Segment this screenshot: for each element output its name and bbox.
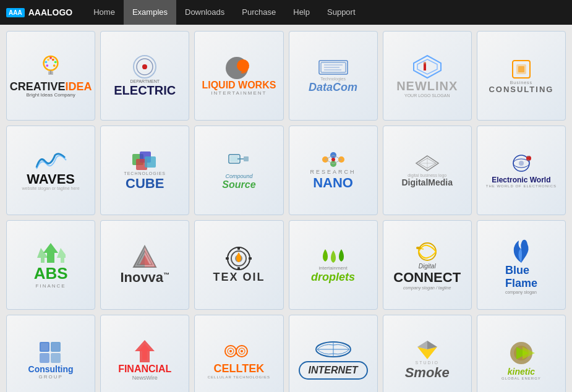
logo-card-datacom[interactable]: Technologies DataCom [289, 31, 378, 121]
svg-point-4 [47, 59, 49, 61]
svg-point-8 [54, 61, 57, 63]
svg-point-5 [52, 59, 54, 61]
electric-text: ELECTRIC [114, 83, 176, 98]
nav-link-home[interactable]: Home [85, 0, 124, 25]
nav-link-help[interactable]: Help [284, 0, 318, 25]
logo-card-electric[interactable]: E DEPARTMENT ELECTRIC [100, 31, 189, 121]
liquidworks-icon [223, 56, 254, 80]
logo-card-texoil[interactable]: TEX OIL [194, 220, 283, 310]
logo-card-connect[interactable]: Digital CONNECT company slogan / tagline [383, 220, 472, 310]
internet-text: INTERNET [309, 365, 358, 375]
texoil-icon [225, 246, 252, 271]
consulting-label: Business [510, 80, 532, 85]
logo-card-consulting-group[interactable]: Consulting GROUP [6, 315, 95, 392]
logo-card-droplets[interactable]: intertainment droplets [289, 220, 378, 310]
logo-card-internet[interactable]: INTERNET [289, 315, 378, 392]
logo-card-electronic[interactable]: Electronic World THE WORLD OF ELECTRONIC… [477, 126, 566, 215]
creative-idea-sub: Bright Ideas Company [27, 92, 75, 98]
consulting-icon [510, 58, 532, 80]
smoke-icon [414, 338, 441, 360]
navigation: AAA AAALOGO Home Examples Downloads Purc… [0, 0, 572, 25]
svg-point-10 [53, 64, 56, 67]
cube-text: CUBE [126, 176, 164, 192]
logo-card-blueflame[interactable]: Blue Flame company slogan [477, 220, 566, 310]
texoil-text: TEX OIL [213, 271, 265, 284]
logo-card-newlinx[interactable]: NEWLINX YOUR LOGO SLOGAN [383, 31, 472, 121]
nano-label: RESEARCH [310, 169, 356, 175]
nav-item-examples[interactable]: Examples [124, 0, 176, 25]
electric-icon: E [132, 54, 157, 79]
svg-rect-70 [416, 247, 421, 249]
main-content: CREATIVEIDEA Bright Ideas Company E DEPA… [0, 25, 572, 392]
svg-point-81 [229, 350, 232, 352]
nav-link-downloads[interactable]: Downloads [176, 0, 233, 25]
nav-item-downloads[interactable]: Downloads [176, 0, 233, 25]
financial-text: FINANCIAL [118, 364, 171, 375]
svg-rect-67 [249, 257, 252, 260]
logo-card-cube[interactable]: TECHNOLOGIES CUBE [100, 126, 189, 215]
electronic-text: Electronic World [492, 176, 550, 184]
nav-link-examples[interactable]: Examples [124, 0, 176, 25]
nav-menu: Home Examples Downloads Purchase Help Su… [85, 0, 364, 25]
svg-rect-66 [226, 257, 229, 260]
nav-item-support[interactable]: Support [318, 0, 364, 25]
source-text: Source [222, 179, 255, 190]
creative-idea-text: CREATIVEIDEA [10, 81, 92, 92]
newlinx-icon [412, 54, 442, 79]
svg-point-84 [241, 350, 243, 352]
logo-card-smoke[interactable]: STUDIO Smoke [383, 315, 472, 392]
blueflame-icon [509, 236, 534, 264]
svg-point-52 [519, 161, 524, 166]
droplets-label: intertainment [318, 265, 347, 271]
digitalmedia-icon [414, 153, 441, 173]
logo-card-waves[interactable]: WAVES website slogan or tagline here [6, 126, 95, 215]
logo-box: AAA [6, 8, 25, 17]
nav-link-support[interactable]: Support [318, 0, 364, 25]
logo-text: AAALOGO [28, 7, 73, 17]
financial-sub: NewsWire [132, 375, 158, 381]
newlinx-text: NEWLINX [396, 79, 458, 93]
financial-icon [132, 339, 157, 364]
liquidworks-sub: INTERTAINMENT [211, 90, 267, 96]
waves-icon [34, 150, 67, 173]
logo-card-kinetic[interactable]: kinetic GLOBAL ENERGY [477, 315, 566, 392]
svg-point-7 [45, 61, 48, 63]
abs-icon [36, 242, 66, 264]
svg-rect-75 [41, 343, 48, 351]
bulb-icon [40, 54, 62, 80]
logo-card-business-consulting[interactable]: Business CONSULTING [477, 31, 566, 121]
celltek-icon [223, 340, 254, 362]
nav-item-help[interactable]: Help [284, 0, 318, 25]
source-label: Compound [225, 173, 252, 179]
svg-rect-64 [237, 247, 240, 250]
connect-digital-label: Digital [419, 263, 436, 270]
kinetic-sub: GLOBAL ENERGY [502, 377, 541, 380]
logo-card-inovva[interactable]: Inovva™ [100, 220, 189, 310]
internet-text-wrap: INTERNET [299, 361, 368, 380]
svg-rect-65 [237, 267, 240, 270]
svg-point-41 [331, 158, 335, 161]
nav-item-purchase[interactable]: Purchase [233, 0, 284, 25]
nav-item-home[interactable]: Home [85, 0, 124, 25]
logo-card-source[interactable]: Compound Source [194, 126, 283, 215]
svg-rect-72 [40, 353, 49, 363]
nano-text: NANO [313, 175, 353, 191]
datacom-icon [318, 58, 349, 77]
logo-card-creative-idea[interactable]: CREATIVEIDEA Bright Ideas Company [6, 31, 95, 121]
smoke-text: Smoke [405, 365, 450, 381]
logo-grid: CREATIVEIDEA Bright Ideas Company E DEPA… [6, 31, 566, 392]
logo-card-abs[interactable]: ABS FINANCE [6, 220, 95, 310]
svg-rect-28 [518, 66, 524, 72]
consulting-text: CONSULTING [489, 85, 553, 94]
nav-link-purchase[interactable]: Purchase [233, 0, 284, 25]
waves-text: WAVES [27, 173, 75, 186]
cube-label: TECHNOLOGIES [124, 171, 166, 176]
logo-card-celltek[interactable]: CELLTEK CELLULAR TECHNOLOGIES [194, 315, 283, 392]
logo-card-digitalmedia[interactable]: digital business logo DigitalMedia [383, 126, 472, 215]
logo-card-nano[interactable]: RESEARCH NANO [289, 126, 378, 215]
electronic-icon [509, 153, 534, 176]
logo-card-liquidworks[interactable]: LIQUID WORKS INTERTAINMENT [194, 31, 283, 121]
nano-icon [318, 150, 349, 169]
electronic-sub: THE WORLD OF ELECTRONICS [486, 184, 557, 188]
logo-card-financial[interactable]: FINANCIAL NewsWire [100, 315, 189, 392]
